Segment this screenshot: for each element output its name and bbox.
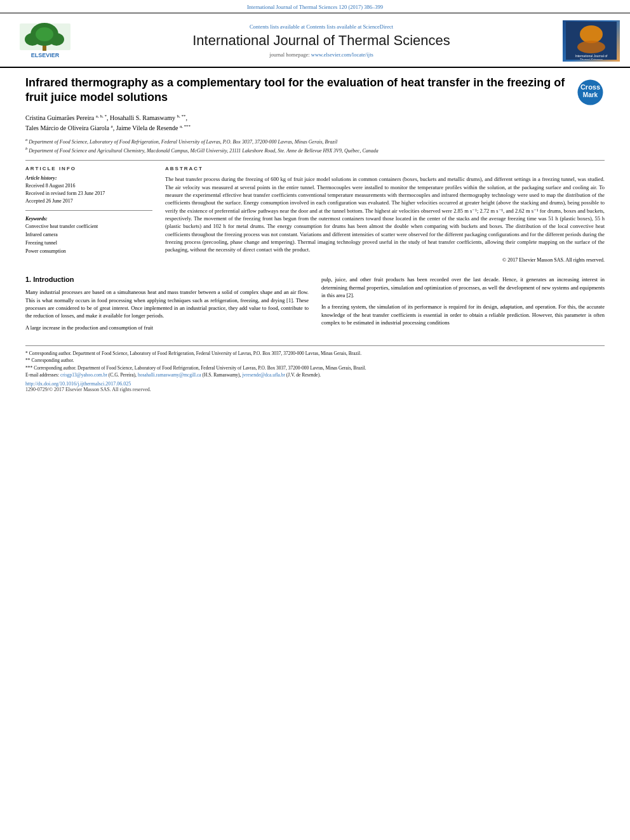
footnotes: * Corresponding author. Department of Fo…	[25, 345, 605, 392]
article-dates: Received 8 August 2016 Received in revis…	[25, 182, 152, 205]
authors: Cristina Guimarães Pereira a, b, *, Hosa…	[25, 113, 605, 133]
author-2: Hosahalli S. Ramaswamy b, **,	[110, 114, 187, 121]
intro-para-1: Many industrial processes are based on a…	[25, 288, 309, 319]
intro-left-col: 1. Introduction Many industrial processe…	[25, 276, 309, 335]
journal-header: ELSEVIER Contents lists available at Con…	[0, 13, 630, 68]
journal-logo: International Journal of Thermal Science…	[563, 20, 620, 62]
svg-point-5	[36, 27, 53, 41]
intro-section-title: 1. Introduction	[25, 276, 309, 283]
issn-line: 1290-0729/© 2017 Elsevier Masson SAS. Al…	[25, 387, 605, 392]
keywords-list: Convective heat transfer coefficient Inf…	[25, 223, 152, 255]
affiliation-a: a Department of Food Science, Laboratory…	[25, 137, 605, 145]
author-1: Cristina Guimarães Pereira a, b, *,	[25, 114, 108, 121]
article-info-col: ARTICLE INFO Article history: Received 8…	[25, 166, 152, 263]
article-info-abstract: ARTICLE INFO Article history: Received 8…	[25, 166, 605, 263]
intro-two-col: 1. Introduction Many industrial processe…	[25, 276, 605, 335]
journal-citation: International Journal of Thermal Science…	[0, 0, 630, 13]
affiliation-b: b Department of Food Science and Agricul…	[25, 145, 605, 154]
svg-point-9	[577, 41, 605, 53]
journal-homepage: journal homepage: www.elsevier.com/locat…	[86, 51, 556, 58]
keyword-4: Power consumption	[25, 248, 152, 256]
article-info-title: ARTICLE INFO	[25, 166, 152, 171]
copyright: © 2017 Elsevier Masson SAS. All rights r…	[165, 257, 605, 263]
author-3: Tales Márcio de Oliveira Giarola a,	[25, 124, 114, 131]
keyword-2: Infrared camera	[25, 231, 152, 239]
journal-logo-inner: International Journal of Thermal Science…	[563, 20, 620, 62]
accepted-date: Accepted 26 June 2017	[25, 197, 152, 205]
paper-content: Infrared thermography as a complementary…	[0, 68, 630, 403]
footnote-1: * Corresponding author. Department of Fo…	[25, 350, 605, 357]
elsevier-logo-area: ELSEVIER	[10, 18, 80, 63]
footnote-2: ** Corresponding author.	[25, 357, 605, 364]
footnote-3: *** Corresponding author. Department of …	[25, 364, 605, 371]
email-2[interactable]: hosahalli.ramaswamy@mcgill.ca	[138, 372, 201, 378]
keyword-1: Convective heat transfer coefficient	[25, 223, 152, 231]
journal-title: International Journal of Thermal Science…	[86, 32, 556, 49]
svg-text:ELSEVIER: ELSEVIER	[31, 52, 60, 58]
svg-text:International Journal of: International Journal of	[575, 54, 608, 58]
history-label: Article history:	[25, 175, 152, 181]
info-divider	[25, 210, 152, 211]
intro-right-col: pulp, juice, and other fruit products ha…	[321, 276, 605, 335]
abstract-title: ABSTRACT	[165, 166, 605, 171]
introduction-section: 1. Introduction Many industrial processe…	[25, 276, 605, 335]
revised-date: Received in revised form 23 June 2017	[25, 190, 152, 197]
abstract-col: ABSTRACT The heat transfer process durin…	[165, 166, 605, 263]
email-addresses: E-mail addresses: crisgp13@yahoo.com.br …	[25, 371, 605, 378]
keywords-label: Keywords:	[25, 216, 152, 222]
intro-para-3: pulp, juice, and other fruit products ha…	[321, 276, 605, 299]
svg-text:Thermal Sciences: Thermal Sciences	[580, 58, 603, 60]
sciencedirect-link[interactable]: Contents lists available at Contents lis…	[86, 23, 556, 30]
journal-center-info: Contents lists available at Contents lis…	[80, 23, 563, 58]
received-date: Received 8 August 2016	[25, 182, 152, 190]
intro-para-4: In a freezing system, the simulation of …	[321, 303, 605, 326]
intro-para-2: A large increase in the production and c…	[25, 324, 309, 331]
keyword-3: Freezing tunnel	[25, 239, 152, 248]
crossmark-logo[interactable]: Cross Mark	[576, 78, 605, 107]
affiliations: a Department of Food Science, Laboratory…	[25, 137, 605, 154]
doi-link[interactable]: http://dx.doi.org/10.1016/j.ijthermalsci…	[25, 381, 605, 387]
section-divider	[25, 160, 605, 161]
author-4: Jaime Vilela de Resende a, ***	[116, 124, 191, 131]
email-3[interactable]: jvresende@dca.ufla.br	[242, 372, 285, 378]
svg-point-8	[580, 25, 603, 43]
paper-title-section: Infrared thermography as a complementary…	[25, 76, 605, 107]
email-1[interactable]: crisgp13@yahoo.com.br	[60, 372, 107, 378]
svg-text:Cross: Cross	[580, 83, 600, 91]
abstract-text: The heat transfer process during the fre…	[165, 175, 605, 253]
svg-text:Mark: Mark	[583, 91, 598, 98]
paper-title: Infrared thermography as a complementary…	[25, 76, 576, 105]
